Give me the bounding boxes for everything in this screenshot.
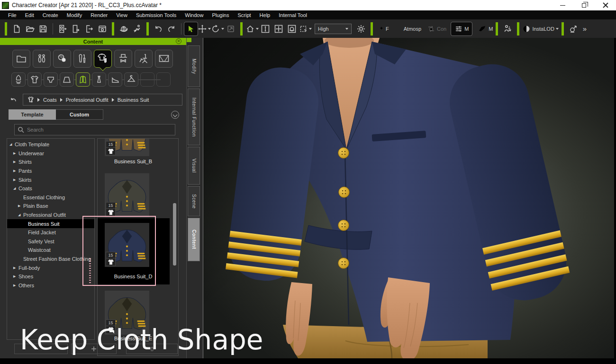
pan-all-button[interactable] xyxy=(272,22,285,36)
tree-item-full-body[interactable]: Full-body xyxy=(7,263,94,272)
category-materials-button[interactable] xyxy=(53,50,71,68)
clothtype-coat-button[interactable] xyxy=(76,72,90,87)
flare-toggle[interactable]: F xyxy=(376,25,389,33)
move-tool-button[interactable] xyxy=(198,22,211,36)
instalod-button[interactable]: InstaLOD xyxy=(522,25,558,33)
expand-arrow-icon[interactable] xyxy=(13,169,18,173)
close-button[interactable] xyxy=(595,0,616,10)
clothtype-underwear-button[interactable] xyxy=(44,72,58,87)
tree-item-plain-base[interactable]: Plain Base xyxy=(7,202,94,211)
menu-edit[interactable]: Edit xyxy=(21,12,38,18)
tab-content[interactable]: Content xyxy=(188,218,200,261)
tree-item-professional-outfit[interactable]: Professional Outfit xyxy=(7,211,94,220)
tab-internal-function[interactable]: Internal Function xyxy=(188,89,200,145)
breadcrumb[interactable]: Coats Professional Outfit Business Suit xyxy=(23,94,182,106)
tree-item-underwear[interactable]: Underwear xyxy=(7,149,94,158)
tab-visual[interactable]: Visual xyxy=(188,147,200,185)
breadcrumb-business-suit[interactable]: Business Suit xyxy=(118,97,149,103)
collapse-chevron-icon[interactable] xyxy=(171,111,179,119)
redo-button[interactable] xyxy=(165,22,178,36)
clothtype-shoe-button[interactable] xyxy=(108,72,122,87)
export-file-button[interactable] xyxy=(69,22,82,36)
clothtype-hanger-button[interactable] xyxy=(124,72,138,87)
tree-item-safety-vest[interactable]: Safety Vest xyxy=(7,237,94,246)
expand-arrow-icon[interactable] xyxy=(13,186,18,190)
atmosphere-toggle[interactable]: Atmosp xyxy=(394,25,421,33)
category-avatar-button[interactable] xyxy=(33,50,51,68)
tab-template[interactable]: Template xyxy=(9,109,56,120)
material-mode-toggle[interactable]: M xyxy=(451,22,472,36)
menu-modify[interactable]: Modify xyxy=(63,12,86,18)
open-project-button[interactable] xyxy=(23,22,36,36)
render-image-button[interactable] xyxy=(96,22,109,36)
menu-plugins[interactable]: Plugins xyxy=(208,12,233,18)
menu-create[interactable]: Create xyxy=(38,12,63,18)
clothtype-shirt-button[interactable] xyxy=(27,72,42,87)
tree-item-field-jacket[interactable]: Field Jacket xyxy=(7,228,94,237)
expand-arrow-icon[interactable] xyxy=(13,160,18,164)
import-character-button[interactable] xyxy=(56,22,69,36)
expand-arrow-icon[interactable] xyxy=(9,142,15,146)
tree-item-shirts[interactable]: Shirts xyxy=(7,158,94,167)
toolbar-more-button[interactable]: » xyxy=(580,25,589,33)
category-makeup-button[interactable] xyxy=(73,50,91,68)
minimize-button[interactable] xyxy=(552,0,573,10)
lighting-button[interactable] xyxy=(354,22,368,36)
character-orbit-button[interactable] xyxy=(117,22,130,36)
pan-vertical-button[interactable] xyxy=(259,22,272,36)
spring-edit-button[interactable] xyxy=(567,22,580,36)
tree-item-others[interactable]: Others xyxy=(7,281,94,290)
render-quality-select[interactable]: High xyxy=(315,24,352,34)
clothtype-full-outfit-button[interactable] xyxy=(11,72,26,87)
tree-item-essential-clothing[interactable]: Essential Clothing xyxy=(7,193,94,202)
orbit-camera-button[interactable] xyxy=(285,22,299,36)
viewport-3d[interactable] xyxy=(203,38,614,358)
undo-button[interactable] xyxy=(152,22,165,36)
menu-internal-tool[interactable]: Internal Tool xyxy=(274,12,311,18)
new-project-button[interactable] xyxy=(10,22,23,36)
tree-item-waistcoat[interactable]: Waistcoat xyxy=(7,246,94,255)
tree-item-shoes[interactable]: Shoes xyxy=(7,272,94,281)
category-accessory-button[interactable] xyxy=(114,50,132,68)
tab-modify[interactable]: Modify xyxy=(188,45,200,87)
content-panel-header[interactable]: Content xyxy=(0,38,186,45)
expand-arrow-icon[interactable] xyxy=(13,151,18,155)
panel-close-icon[interactable] xyxy=(176,38,181,44)
restore-button[interactable] xyxy=(573,0,595,10)
tab-scene[interactable]: Scene xyxy=(188,186,200,216)
expand-arrow-icon[interactable] xyxy=(18,213,23,217)
menu-help[interactable]: Help xyxy=(255,12,275,18)
menu-view[interactable]: View xyxy=(112,12,132,18)
tree-item-cloth-template[interactable]: Cloth Template xyxy=(7,140,94,149)
menu-script[interactable]: Script xyxy=(233,12,255,18)
expand-arrow-icon[interactable] xyxy=(13,178,18,182)
expand-arrow-icon[interactable] xyxy=(13,266,18,270)
scale-tool-button[interactable] xyxy=(224,22,237,36)
tree-item-street-fashion[interactable]: Street Fashion Base Clothing xyxy=(7,255,94,264)
constraint-toggle[interactable]: Con xyxy=(427,25,446,33)
pose-button[interactable] xyxy=(130,22,144,36)
export-button[interactable] xyxy=(82,22,96,36)
modify-mode-toggle[interactable]: M xyxy=(478,25,493,33)
back-button[interactable] xyxy=(8,95,19,104)
menu-file[interactable]: File xyxy=(4,12,21,18)
save-project-button[interactable] xyxy=(36,22,50,36)
category-folder-button[interactable] xyxy=(12,50,30,68)
expand-arrow-icon[interactable] xyxy=(13,275,18,278)
rotate-tool-button[interactable] xyxy=(211,22,224,36)
expand-arrow-icon[interactable] xyxy=(13,284,18,287)
search-input[interactable] xyxy=(27,127,172,133)
breadcrumb-professional-outfit[interactable]: Professional Outfit xyxy=(66,97,109,103)
clothtype-skirt-button[interactable] xyxy=(60,72,74,87)
character-connect-button[interactable] xyxy=(501,22,514,36)
tab-custom[interactable]: Custom xyxy=(56,109,103,120)
menu-render[interactable]: Render xyxy=(86,12,112,18)
category-stage-button[interactable] xyxy=(155,50,173,68)
menu-submission-tools[interactable]: Submission Tools xyxy=(132,12,181,18)
tree-item-pants[interactable]: Pants xyxy=(7,167,94,176)
tree-item-business-suit[interactable]: Business Suit xyxy=(7,219,94,228)
breadcrumb-coats[interactable]: Coats xyxy=(43,97,57,103)
category-prop-button[interactable] xyxy=(135,50,153,68)
home-view-button[interactable] xyxy=(245,22,259,36)
tree-item-coats[interactable]: Coats xyxy=(7,184,94,193)
